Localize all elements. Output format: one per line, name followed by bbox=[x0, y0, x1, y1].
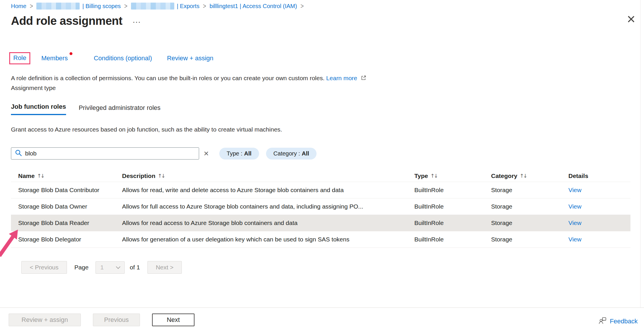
search-icon bbox=[15, 149, 22, 158]
breadcrumb: Home > | Billing scopes > | Exports > bi… bbox=[11, 2, 630, 10]
column-header-name[interactable]: Name ↑↓ bbox=[11, 172, 122, 179]
tab-members[interactable]: Members bbox=[41, 55, 72, 62]
table-header-row: Name ↑↓ Description ↑↓ Type ↑↓ Category … bbox=[11, 170, 630, 182]
column-header-type-label: Type bbox=[414, 172, 428, 179]
role-category: Storage bbox=[491, 236, 568, 243]
role-description: Allows for read access to Azure Storage … bbox=[122, 220, 414, 226]
role-category: Storage bbox=[491, 220, 568, 226]
role-definition-description: A role definition is a collection of per… bbox=[11, 74, 630, 83]
next-page-button[interactable]: Next > bbox=[147, 261, 182, 274]
role-type-tabs: Job function roles Privileged administra… bbox=[11, 103, 630, 115]
role-description: Allows for read, write and delete access… bbox=[122, 187, 414, 194]
breadcrumb-separator: > bbox=[203, 2, 206, 10]
role-description: Allows for generation of a user delegati… bbox=[122, 236, 414, 243]
page-title: Add role assignment bbox=[11, 14, 122, 27]
role-category: Storage bbox=[491, 187, 568, 194]
role-search-box[interactable] bbox=[11, 147, 199, 160]
role-type: BuiltInRole bbox=[414, 203, 491, 210]
role-type: BuiltInRole bbox=[414, 236, 491, 243]
view-details-link[interactable]: View bbox=[568, 220, 581, 226]
page-number-value: 1 bbox=[100, 264, 104, 271]
pivot-tabs: Role Members Conditions (optional) Revie… bbox=[11, 52, 630, 64]
previous-page-button[interactable]: < Previous bbox=[21, 261, 67, 274]
type-filter-value: All bbox=[244, 150, 252, 157]
table-row[interactable]: Storage Blob Data Owner Allows for full … bbox=[11, 198, 630, 215]
review-assign-button[interactable]: Review + assign bbox=[9, 314, 81, 326]
context-menu-button[interactable]: … bbox=[132, 18, 141, 21]
assignment-type-label: Assignment type bbox=[11, 83, 630, 93]
pagination: < Previous Page 1 of 1 Next > bbox=[21, 261, 630, 274]
type-filter-label: Type : bbox=[227, 150, 242, 157]
column-header-category[interactable]: Category ↑↓ bbox=[491, 172, 568, 179]
tab-conditions-label: Conditions (optional) bbox=[94, 55, 152, 62]
chevron-down-icon bbox=[116, 264, 121, 269]
column-header-description-label: Description bbox=[122, 172, 156, 179]
breadcrumb-exports-link[interactable]: | Exports bbox=[177, 3, 200, 10]
breadcrumb-billing-scopes-link[interactable]: | Billing scopes bbox=[82, 3, 121, 10]
sort-icon: ↑↓ bbox=[158, 173, 165, 179]
breadcrumb-separator: > bbox=[300, 2, 304, 10]
view-details-link[interactable]: View bbox=[568, 203, 581, 210]
category-filter[interactable]: Category :All bbox=[266, 148, 317, 160]
tab-job-function-roles[interactable]: Job function roles bbox=[11, 103, 66, 115]
breadcrumb-separator: > bbox=[124, 2, 128, 10]
role-name: Storage Blob Data Owner bbox=[11, 203, 122, 210]
column-header-details-label: Details bbox=[568, 172, 588, 179]
type-filter[interactable]: Type :All bbox=[219, 148, 259, 160]
breadcrumb-access-control-link[interactable]: billlingtest1 | Access Control (IAM) bbox=[209, 3, 297, 10]
tab-role[interactable]: Role bbox=[9, 52, 30, 64]
role-name: Storage Blob Data Contributor bbox=[11, 187, 122, 194]
tab-conditions[interactable]: Conditions (optional) bbox=[94, 55, 152, 62]
role-description: Allows for full access to Azure Storage … bbox=[122, 203, 414, 210]
page-of-label: of 1 bbox=[130, 264, 140, 271]
tab-review-assign-label: Review + assign bbox=[167, 55, 214, 62]
previous-button[interactable]: Previous bbox=[93, 314, 140, 326]
feedback-control[interactable]: Feedback bbox=[599, 317, 638, 326]
tab-review-assign[interactable]: Review + assign bbox=[167, 55, 214, 62]
search-input[interactable] bbox=[25, 150, 195, 157]
redacted-account-name bbox=[131, 3, 174, 10]
learn-more-link[interactable]: Learn more bbox=[326, 75, 357, 81]
role-type: BuiltInRole bbox=[414, 187, 491, 194]
next-button[interactable]: Next bbox=[152, 314, 194, 326]
tab-members-label: Members bbox=[41, 55, 68, 62]
role-category: Storage bbox=[491, 203, 568, 210]
annotation-arrow bbox=[0, 226, 23, 258]
close-icon[interactable]: × bbox=[627, 13, 635, 25]
column-header-details: Details bbox=[568, 172, 630, 179]
add-role-assignment-panel: Home > | Billing scopes > | Exports > bi… bbox=[0, 0, 644, 332]
category-filter-value: All bbox=[302, 150, 309, 157]
column-header-description[interactable]: Description ↑↓ bbox=[122, 172, 414, 179]
sort-icon: ↑↓ bbox=[520, 173, 527, 179]
role-name: Storage Blob Data Reader bbox=[11, 220, 122, 226]
tab-role-label: Role bbox=[13, 54, 26, 61]
view-details-link[interactable]: View bbox=[568, 236, 581, 243]
feedback-icon bbox=[599, 317, 607, 326]
view-details-link[interactable]: View bbox=[568, 187, 581, 193]
category-filter-label: Category : bbox=[274, 150, 300, 157]
breadcrumb-home-link[interactable]: Home bbox=[11, 3, 26, 10]
redacted-scope-name bbox=[36, 3, 80, 10]
breadcrumb-separator: > bbox=[30, 2, 33, 10]
column-header-type[interactable]: Type ↑↓ bbox=[414, 172, 491, 179]
clear-search-icon[interactable]: × bbox=[204, 149, 209, 158]
sort-icon: ↑↓ bbox=[37, 173, 44, 179]
members-alert-dot bbox=[70, 52, 72, 55]
tab-privileged-administrator-roles[interactable]: Privileged administrator roles bbox=[79, 104, 161, 115]
external-link-icon bbox=[361, 74, 366, 83]
sort-icon: ↑↓ bbox=[430, 173, 437, 179]
table-row-selected[interactable]: Storage Blob Data Reader Allows for read… bbox=[11, 215, 630, 231]
roles-table: Name ↑↓ Description ↑↓ Type ↑↓ Category … bbox=[11, 170, 630, 248]
search-filter-bar: × Type :All Category :All bbox=[11, 147, 630, 160]
panel-edge-divider bbox=[640, 0, 641, 332]
table-row[interactable]: Storage Blob Delegator Allows for genera… bbox=[11, 231, 630, 248]
role-type: BuiltInRole bbox=[414, 220, 491, 226]
role-definition-text: A role definition is a collection of per… bbox=[11, 75, 325, 81]
footer-bar: Review + assign Previous Next Feedback bbox=[0, 307, 644, 332]
page-header: Add role assignment … bbox=[11, 14, 630, 27]
feedback-link[interactable]: Feedback bbox=[610, 318, 638, 325]
column-header-name-label: Name bbox=[18, 172, 35, 179]
page-label: Page bbox=[74, 264, 89, 271]
page-number-select[interactable]: 1 bbox=[96, 261, 125, 274]
table-row[interactable]: Storage Blob Data Contributor Allows for… bbox=[11, 182, 630, 198]
